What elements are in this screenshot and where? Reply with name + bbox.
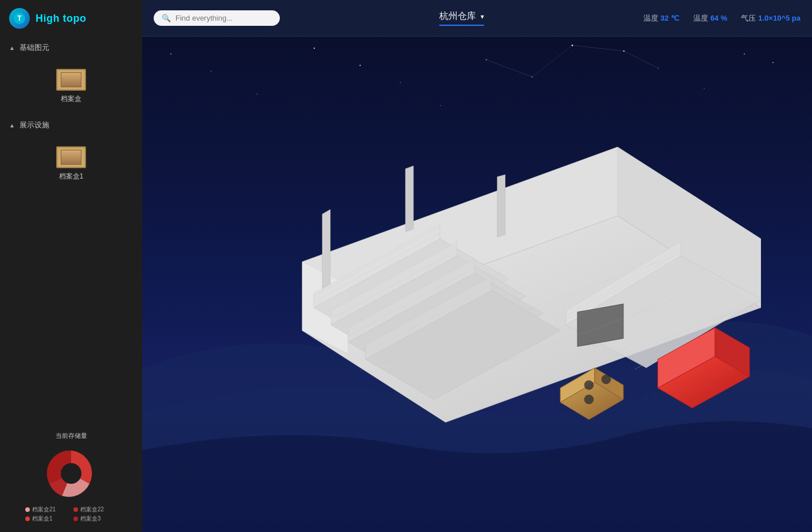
stat-pressure-label: 气压 <box>741 13 756 24</box>
legend-dot-2 <box>73 507 78 512</box>
3d-warehouse <box>245 147 761 491</box>
logo-area: T High topo <box>0 0 142 37</box>
svg-point-24 <box>532 76 533 77</box>
file-box1-icon <box>56 146 86 168</box>
svg-point-13 <box>170 53 171 55</box>
svg-text:T: T <box>17 14 22 22</box>
svg-point-27 <box>772 62 774 63</box>
sidebar-section-basics[interactable]: ▲ 基础图元 <box>0 37 142 59</box>
svg-point-15 <box>314 48 315 49</box>
chevron-down-icon: ▾ <box>481 13 484 21</box>
svg-rect-5 <box>65 76 77 83</box>
svg-point-12 <box>61 463 81 484</box>
file-box-icon <box>56 69 86 91</box>
legend-dot-1 <box>25 507 30 512</box>
sidebar-item-file-box1[interactable]: 档案盒1 <box>9 141 133 187</box>
legend-item-3: 档案盒1 <box>25 515 69 523</box>
section-basics-items: 档案盒 <box>0 59 142 114</box>
triangle-collapse-icon-2: ▲ <box>9 122 15 129</box>
search-input[interactable] <box>175 14 267 22</box>
header-center: 杭州仓库 ▾ <box>280 10 643 26</box>
svg-rect-2 <box>61 72 81 87</box>
warehouse-svg <box>245 147 761 491</box>
svg-point-22 <box>360 65 361 66</box>
location-selector[interactable]: 杭州仓库 ▾ <box>439 10 484 26</box>
header: T High topo 🔍 杭州仓库 ▾ <box>0 0 812 37</box>
stat-pressure-value: 1.0×10^5 pa <box>758 14 801 22</box>
legend-dot-3 <box>25 517 30 521</box>
section-display-items: 档案盒1 <box>0 136 142 192</box>
logo-icon: T <box>9 8 30 29</box>
svg-line-28 <box>572 45 624 51</box>
legend-item-1: 档案盒21 <box>25 506 69 514</box>
svg-point-19 <box>658 68 659 69</box>
sidebar-chart-area: 当前存储量 档案盒21 档案盒22 <box>0 425 142 532</box>
legend-label-2: 档案盒22 <box>80 506 104 514</box>
main-viewport[interactable] <box>142 37 812 532</box>
sidebar-section-display[interactable]: ▲ 展示设施 <box>0 114 142 136</box>
sidebar: ▲ 基础图元 档案盒 ▲ 展示设施 <box>0 37 142 532</box>
svg-point-18 <box>572 45 573 46</box>
pie-chart <box>25 445 117 502</box>
svg-line-30 <box>486 60 532 77</box>
chart-legend: 档案盒21 档案盒22 档案盒1 档案盒3 <box>25 506 117 523</box>
header-stats: 温度 32 ℃ 温度 64 % 气压 1.0×10^5 pa <box>643 13 801 24</box>
legend-item-2: 档案盒22 <box>73 506 117 514</box>
chart-title: 当前存储量 <box>56 432 87 440</box>
svg-point-76 <box>602 375 611 384</box>
svg-rect-8 <box>63 152 79 163</box>
svg-rect-10 <box>65 154 77 161</box>
legend-label-4: 档案盒3 <box>80 515 101 523</box>
stat-temperature: 温度 32 ℃ <box>643 13 680 24</box>
section-display-label: 展示设施 <box>19 120 49 130</box>
legend-item-4: 档案盒3 <box>73 515 117 523</box>
svg-point-17 <box>486 59 487 60</box>
svg-point-25 <box>623 51 625 52</box>
svg-point-14 <box>210 71 212 72</box>
search-box[interactable]: 🔍 <box>154 10 280 26</box>
stat-pressure: 气压 1.0×10^5 pa <box>741 13 801 24</box>
svg-rect-3 <box>63 74 79 86</box>
svg-point-23 <box>440 105 441 106</box>
svg-rect-9 <box>64 153 78 162</box>
svg-rect-65 <box>322 209 330 288</box>
location-text: 杭州仓库 <box>439 10 476 22</box>
sidebar-item-file-box[interactable]: 档案盒 <box>9 63 133 110</box>
legend-dot-4 <box>73 517 78 521</box>
svg-line-29 <box>624 51 658 68</box>
svg-rect-11 <box>69 152 73 154</box>
file-box-label: 档案盒 <box>61 94 81 104</box>
legend-label-3: 档案盒1 <box>32 515 53 523</box>
svg-rect-7 <box>61 150 81 165</box>
file-box1-label: 档案盒1 <box>59 172 84 181</box>
stat-humidity-label: 温度 <box>693 13 708 24</box>
svg-point-21 <box>256 94 257 95</box>
svg-rect-67 <box>497 174 505 237</box>
legend-label-1: 档案盒21 <box>32 506 56 514</box>
stat-humidity: 温度 64 % <box>693 13 728 24</box>
svg-point-26 <box>704 88 705 89</box>
app-title: High topo <box>36 13 86 25</box>
svg-point-77 <box>584 395 594 404</box>
svg-rect-66 <box>405 165 413 231</box>
svg-rect-4 <box>64 75 78 84</box>
svg-point-20 <box>744 53 745 55</box>
stat-humidity-value: 64 % <box>710 14 728 22</box>
header-main: 🔍 杭州仓库 ▾ 温度 32 ℃ 温度 64 % 气压 1.0×10^5 pa <box>142 0 812 37</box>
svg-point-75 <box>584 380 594 390</box>
triangle-collapse-icon: ▲ <box>9 45 15 51</box>
stat-temp-value: 32 ℃ <box>661 14 680 22</box>
stat-temp-label: 温度 <box>643 13 658 24</box>
svg-point-16 <box>400 82 401 83</box>
section-basics-label: 基础图元 <box>19 42 49 53</box>
svg-line-31 <box>532 45 572 77</box>
svg-rect-6 <box>69 75 73 77</box>
search-icon: 🔍 <box>162 14 171 22</box>
